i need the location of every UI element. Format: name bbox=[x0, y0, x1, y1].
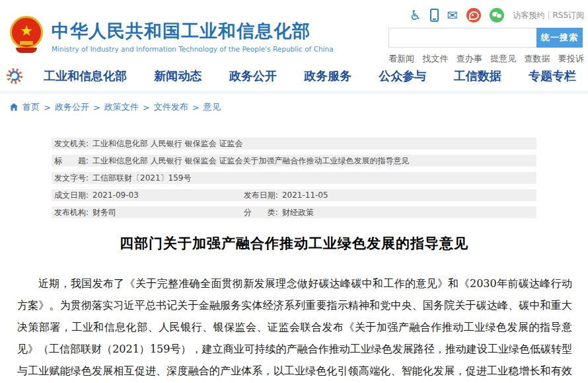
breadcrumb-separator: > bbox=[44, 103, 51, 112]
breadcrumb-separator: > bbox=[192, 103, 200, 112]
weibo-icon[interactable] bbox=[466, 8, 481, 22]
breadcrumb-separator: > bbox=[143, 103, 150, 112]
top-links-separator: | bbox=[547, 11, 550, 20]
wechat-icon[interactable] bbox=[490, 8, 504, 22]
visitor-appointment-link[interactable]: 访客预约 bbox=[513, 11, 544, 20]
publish-org-label: 发布机构: bbox=[54, 208, 89, 217]
nav-item-public-participation[interactable]: 公众参与 bbox=[379, 68, 426, 84]
breadcrumb-home[interactable]: 首页 bbox=[22, 101, 40, 113]
top-links: 访客预约|RSS订阅 bbox=[513, 10, 584, 21]
site-header: ★ 中华人民共和国工业和信息化部 Ministry of Industry an… bbox=[0, 0, 588, 61]
nav-item-gov-disclosure[interactable]: 政务公开 bbox=[229, 68, 277, 84]
issuing-org-label: 发文机关: bbox=[54, 139, 89, 148]
publish-date-label: 发布日期: bbox=[244, 191, 278, 200]
emblem-star-icon: ★ bbox=[20, 24, 33, 38]
mail-icon[interactable]: ✉ bbox=[447, 9, 459, 22]
site-title: 中华人民共和国工业和信息化部 bbox=[52, 19, 334, 43]
doc-title-value: 工业和信息化部 人民银行 银保监会 证监会关于加强产融合作推动工业绿色发展的指导… bbox=[92, 156, 409, 165]
national-emblem-icon: ★ bbox=[9, 16, 44, 53]
search-bar: 统一搜索 bbox=[388, 28, 584, 48]
accessibility-icon[interactable]: ♿ bbox=[410, 9, 422, 22]
header-right: ♿ ✉ 访客预约|RSS订阅 统一搜索 看新闻 找文件 查办事 提意见 查数据 … bbox=[388, 4, 584, 61]
category-cell: 分 类:财经政策 bbox=[244, 208, 314, 217]
page-title: 四部门关于加强产融合作推动工业绿色发展的指导意见 bbox=[0, 234, 588, 253]
quick-link-news[interactable]: 看新闻 bbox=[388, 53, 414, 65]
quick-link-suggestions[interactable]: 提意见 bbox=[490, 53, 516, 65]
breadcrumb: 首页 > 政务公开 > 政策文件 > 文件发布 > 意见 bbox=[9, 101, 588, 114]
mobile-icon[interactable] bbox=[430, 9, 439, 22]
breadcrumb-gov-disclosure[interactable]: 政务公开 bbox=[55, 101, 89, 113]
doc-number-label: 发文字号: bbox=[54, 173, 89, 183]
publish-date-cell: 发布日期:2021-11-05 bbox=[244, 191, 328, 200]
quick-link-data[interactable]: 查数据 bbox=[525, 53, 550, 65]
home-icon[interactable] bbox=[9, 103, 18, 112]
publish-org-value: 财务司 bbox=[92, 208, 116, 217]
quick-link-documents[interactable]: 找文件 bbox=[422, 53, 448, 65]
document-meta-table: 发文机关:工业和信息化部 人民银行 银保监会 证监会 标 题:工业和信息化部 人… bbox=[52, 138, 536, 218]
site-logo-block[interactable]: ★ 中华人民共和国工业和信息化部 Ministry of Industry an… bbox=[9, 4, 334, 61]
nav-item-news[interactable]: 新闻动态 bbox=[154, 68, 202, 84]
rss-link[interactable]: RSS订阅 bbox=[552, 11, 584, 20]
meta-row-issuing-org: 发文机关:工业和信息化部 人民银行 银保监会 证监会 bbox=[52, 138, 536, 149]
meta-row-title: 标 题:工业和信息化部 人民银行 银保监会 证监会关于加强产融合作推动工业绿色发… bbox=[52, 155, 536, 167]
nav-item-ministry[interactable]: 工业和信息化部 bbox=[44, 68, 127, 84]
category-value: 财经政策 bbox=[282, 208, 314, 217]
emblem-gate-shape bbox=[20, 41, 33, 45]
emblem-ribbon-shape bbox=[16, 48, 37, 53]
written-date-value: 2021-09-03 bbox=[92, 191, 139, 200]
miit-gear-e-icon[interactable] bbox=[5, 66, 25, 86]
breadcrumb-document-release[interactable]: 文件发布 bbox=[154, 101, 188, 113]
search-button[interactable]: 统一搜索 bbox=[536, 28, 583, 48]
meta-row-org-category: 发布机构:财务司 分 类:财经政策 bbox=[52, 206, 536, 218]
category-label: 分 类: bbox=[244, 208, 278, 217]
nav-items: 工业和信息化部 新闻动态 政务公开 政务服务 公众参与 工信数据 专题专栏 bbox=[44, 68, 576, 84]
header-utility-row: ♿ ✉ 访客预约|RSS订阅 bbox=[388, 7, 584, 24]
breadcrumb-separator: > bbox=[93, 103, 100, 112]
publish-org-cell: 发布机构:财务司 bbox=[54, 206, 241, 218]
main-nav: 工业和信息化部 新闻动态 政务公开 政务服务 公众参与 工信数据 专题专栏 bbox=[0, 61, 588, 93]
doc-number-value: 工信部联财〔2021〕159号 bbox=[92, 173, 191, 183]
written-date-cell: 成文日期:2021-09-03 bbox=[54, 189, 241, 201]
written-date-label: 成文日期: bbox=[54, 191, 89, 200]
site-subtitle: Ministry of Industry and Information Tec… bbox=[52, 45, 334, 53]
nav-item-special-topics[interactable]: 专题专栏 bbox=[529, 68, 576, 84]
publish-date-value: 2021-11-05 bbox=[282, 191, 328, 200]
issuing-org-value: 工业和信息化部 人民银行 银保监会 证监会 bbox=[92, 139, 242, 148]
document-body: 近期，我国发布了《关于完整准确全面贯彻新发展理念做好碳达峰碳中和工作的意见》和《… bbox=[17, 273, 572, 383]
quick-link-services[interactable]: 查办事 bbox=[457, 53, 482, 65]
nav-item-gov-services[interactable]: 政务服务 bbox=[304, 68, 351, 84]
breadcrumb-opinions[interactable]: 意见 bbox=[203, 101, 221, 113]
quick-links: 看新闻 找文件 查办事 提意见 查数据 要投诉 bbox=[388, 53, 584, 65]
doc-title-label: 标 题: bbox=[54, 156, 89, 165]
site-titles: 中华人民共和国工业和信息化部 Ministry of Industry and … bbox=[52, 13, 334, 53]
search-input[interactable] bbox=[388, 28, 536, 48]
quick-link-complaints[interactable]: 要投诉 bbox=[558, 53, 584, 65]
page: ★ 中华人民共和国工业和信息化部 Ministry of Industry an… bbox=[0, 0, 588, 383]
meta-row-doc-number: 发文字号:工信部联财〔2021〕159号 bbox=[52, 172, 536, 184]
nav-item-miit-data[interactable]: 工信数据 bbox=[454, 68, 501, 84]
breadcrumb-policy-documents[interactable]: 政策文件 bbox=[104, 101, 139, 113]
meta-row-dates: 成文日期:2021-09-03 发布日期:2021-11-05 bbox=[52, 189, 536, 201]
